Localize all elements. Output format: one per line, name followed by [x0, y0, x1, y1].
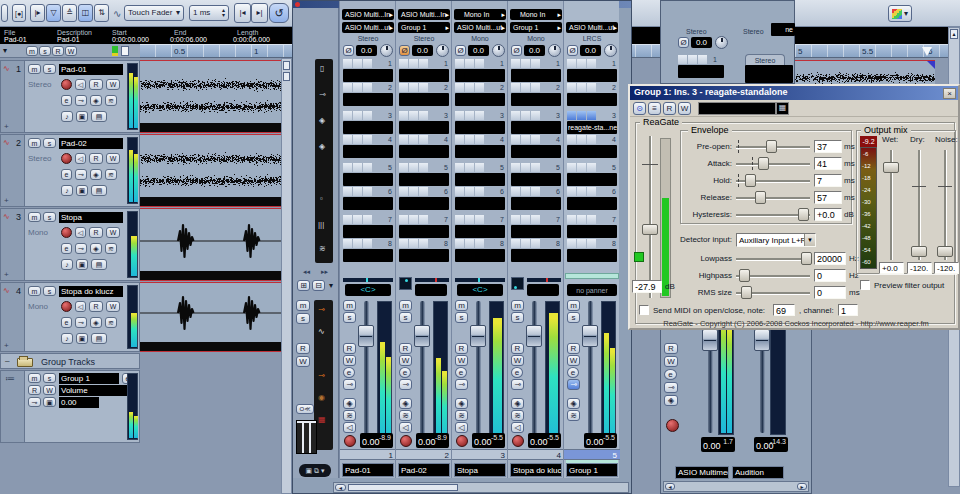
wet-fader[interactable] [883, 162, 899, 173]
insert-slot[interactable] [343, 197, 393, 210]
eq-bypass-button[interactable]: ◈ [455, 398, 468, 409]
inserts-bypass-button[interactable]: ⊸ [75, 317, 87, 328]
sends-bypass-button[interactable]: ≋ [567, 410, 580, 421]
read-button[interactable]: R [89, 153, 103, 164]
solo-button[interactable]: s [43, 212, 56, 222]
insert-slot[interactable] [455, 121, 505, 134]
sends-bypass-button[interactable]: ≋ [105, 95, 117, 106]
insert-slot[interactable] [567, 69, 617, 82]
write-button[interactable]: W [43, 385, 56, 395]
lock-button[interactable]: ▣ [76, 185, 88, 196]
narrow-all-button[interactable]: ⊞ [297, 280, 310, 291]
surround-view-icon[interactable]: ▫ [320, 195, 323, 203]
hysteresis-value[interactable]: +0.0 [814, 208, 842, 221]
solo-button[interactable]: s [43, 138, 56, 148]
monitor-button[interactable]: ◁ [75, 301, 86, 312]
level-display[interactable]: 1.70.00 [701, 437, 735, 452]
solo-button[interactable]: s [567, 312, 580, 323]
insert-slot[interactable] [343, 69, 393, 82]
pan-display[interactable] [415, 284, 447, 296]
pan-display[interactable]: <C> [345, 284, 391, 296]
sends-bypass-button[interactable]: ≋ [511, 410, 524, 421]
inserts-bypass-button-active[interactable]: ⊸ [567, 379, 580, 390]
insert-slot[interactable] [399, 249, 449, 262]
insert-slot-controls[interactable]: 8 [567, 239, 617, 248]
write-button[interactable]: W [567, 355, 580, 366]
track-row-stopa[interactable]: ∿ 3 + m s Stopa Mono ◁ R W e ⊸ ◈ ≋ ♪ ▣ ▤ [0, 208, 140, 281]
insert-slot-controls[interactable]: 1 [343, 59, 393, 68]
solo-button[interactable]: s [511, 312, 524, 323]
write-button[interactable]: W [106, 153, 120, 164]
insert-slot[interactable] [511, 121, 561, 134]
expand-icon[interactable]: + [4, 123, 9, 131]
track-row-pad01[interactable]: ∿ 1 + m s Pad-01 Stereo ◁ R W e ⊸ ◈ ≋ ♪ … [0, 60, 140, 133]
channel-fader[interactable] [414, 325, 430, 347]
tool-3-button[interactable]: ≙ [62, 4, 77, 22]
input-gain-knob[interactable] [436, 44, 449, 57]
scroll-right-button[interactable]: ▸ [797, 483, 807, 490]
sends-bypass-button[interactable]: ≋ [343, 410, 356, 421]
insert-slot[interactable] [343, 173, 393, 186]
output-routing[interactable]: Group 1▸ [398, 22, 450, 33]
insert-slot[interactable] [455, 197, 505, 210]
pan-position-strip[interactable] [455, 278, 505, 282]
track-name[interactable]: Stopa [59, 212, 123, 223]
insert-slot-controls[interactable]: 1 [678, 55, 718, 64]
inserts-bypass-button[interactable]: ⊸ [511, 379, 524, 390]
insert-slot[interactable] [399, 197, 449, 210]
insert-slot-controls[interactable]: 7 [343, 215, 393, 224]
insert-slot[interactable] [567, 173, 617, 186]
mixer2-hscrollbar[interactable]: ◂ ▸ [663, 481, 809, 492]
insert-slot[interactable] [399, 93, 449, 106]
level-display[interactable]: -14.30.00 [754, 437, 788, 452]
insert-slot[interactable] [511, 93, 561, 106]
eq-bypass-button[interactable]: ◈ [90, 169, 102, 180]
info-start-value[interactable]: 0:00:00.000 [112, 36, 149, 43]
insert-slot-controls[interactable]: 3 [399, 111, 449, 120]
phase-button[interactable]: Ø [511, 45, 522, 56]
insert-slot[interactable] [343, 145, 393, 158]
rms-slider[interactable] [736, 286, 810, 299]
output-tab[interactable]: Stereo [745, 54, 785, 65]
inserts-bypass-button[interactable]: ⊸ [399, 379, 412, 390]
insert-slot-controls[interactable]: 5 [455, 163, 505, 172]
record-arm-button[interactable] [512, 435, 524, 447]
plugin-power-button[interactable]: ⊙ [633, 102, 646, 115]
write-button[interactable]: W [455, 355, 468, 366]
insert-slot-controls[interactable]: 5 [511, 163, 561, 172]
global-solo-button[interactable]: s [296, 313, 310, 324]
output-routing[interactable]: ASIO Multi...ut▸ [566, 22, 618, 33]
edit-channel-button[interactable]: e [61, 243, 72, 254]
track-row-pad02[interactable]: ∿ 2 + m s Pad-02 Stereo ◁ R W e ⊸ ◈ ≋ ♪ … [0, 134, 140, 207]
read-button[interactable]: R [399, 343, 412, 354]
read-button[interactable]: R [89, 301, 103, 312]
write-button[interactable]: W [106, 301, 120, 312]
scroll-left-button[interactable]: ◂ [665, 483, 675, 490]
global-mute-button[interactable]: m [296, 300, 310, 311]
group-track-name[interactable]: Group 1 [59, 373, 119, 384]
solo-button[interactable]: s [399, 312, 412, 323]
automation-parameter[interactable]: Volume [59, 385, 133, 396]
eq-bypass-button[interactable]: ◈ [90, 95, 102, 106]
lowpass-slider[interactable] [736, 252, 810, 265]
insert-slot[interactable] [678, 65, 724, 78]
sends-bypass-button[interactable]: ≋ [105, 243, 117, 254]
insert-slot[interactable] [399, 173, 449, 186]
lock-button[interactable]: ▣ [76, 259, 88, 270]
insert-slot-controls[interactable]: 5 [343, 163, 393, 172]
color-picker-button[interactable]: ▾ [888, 5, 912, 22]
write-button[interactable]: W [664, 356, 678, 367]
playhead-marker[interactable] [922, 47, 932, 56]
insert-slot-controls[interactable]: 2 [511, 83, 561, 92]
level-display[interactable]: -5.50.00 [472, 433, 505, 448]
insert-slot-controls[interactable]: 6 [343, 187, 393, 196]
info-length-value[interactable]: 0:00:06.000 [233, 36, 270, 43]
expand-icon[interactable]: + [4, 197, 9, 205]
inserts-bypass-button[interactable]: ⊸ [75, 169, 87, 180]
group-track-row[interactable]: ≔ m s Group 1 e R W Volume ⊸ ▣ 0.00 [0, 370, 140, 443]
save-preset-button[interactable]: ▦ [776, 102, 789, 115]
scroll-channels-right-icon[interactable]: ▸▸ [321, 268, 328, 275]
automation-value[interactable]: 0.00 [59, 397, 99, 408]
timebase-button[interactable]: ♪ [61, 259, 73, 270]
insert-slot[interactable] [511, 249, 561, 262]
